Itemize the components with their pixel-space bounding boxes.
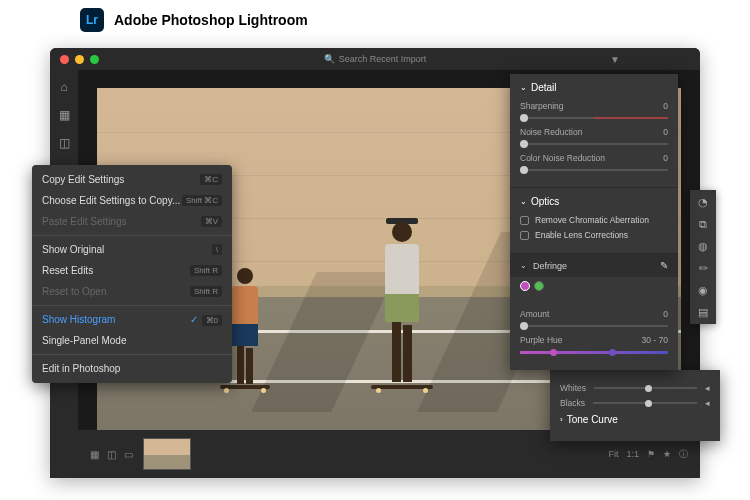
check-icon: ✓	[190, 314, 198, 325]
search-icon: 🔍	[324, 54, 335, 64]
chevron-down-icon: ⌄	[520, 261, 527, 270]
compare-view-icon[interactable]: ◫	[107, 449, 116, 460]
context-menu: Copy Edit Settings⌘C Choose Edit Setting…	[32, 165, 232, 383]
detail-section: ⌄Detail Sharpening0 Noise Reduction0 Col…	[510, 74, 678, 188]
close-icon[interactable]	[60, 55, 69, 64]
photos-icon[interactable]: ▦	[57, 108, 71, 122]
mask-icon[interactable]: ◉	[697, 284, 709, 296]
adjust-icon[interactable]: ◔	[697, 196, 709, 208]
ctx-reset-edits[interactable]: Reset EditsShift R	[32, 260, 232, 281]
search-bar[interactable]: 🔍 Search Recent Import	[324, 54, 427, 64]
chevron-down-icon: ⌄	[520, 197, 527, 206]
magenta-swatch[interactable]	[520, 281, 530, 291]
crop-icon[interactable]: ⧉	[697, 218, 709, 230]
gradient-icon[interactable]: ▤	[697, 306, 709, 318]
noise-reduction-slider[interactable]	[520, 143, 668, 145]
amount-slider[interactable]	[520, 325, 668, 327]
share-icon[interactable]: ◫	[57, 136, 71, 150]
defringe-colors	[510, 277, 678, 295]
ctx-separator	[32, 354, 232, 355]
ctx-show-original[interactable]: Show Original\	[32, 239, 232, 260]
right-toolbar: ◔ ⧉ ◍ ✏ ◉ ▤	[690, 190, 716, 324]
optics-section: ⌄Optics Remove Chromatic Aberration Enab…	[510, 188, 678, 254]
thumbnail[interactable]	[143, 438, 191, 470]
app-header: Lr Adobe Photoshop Lightroom	[0, 0, 750, 40]
brush-icon[interactable]: ✏	[697, 262, 709, 274]
lightroom-logo-icon: Lr	[80, 8, 104, 32]
ctx-separator	[32, 235, 232, 236]
ctx-edit-in-photoshop[interactable]: Edit in Photoshop	[32, 358, 232, 379]
ratio-label[interactable]: 1:1	[626, 449, 639, 459]
whites-slider[interactable]	[594, 387, 697, 389]
chevron-down-icon: ⌄	[520, 83, 527, 92]
flag-icon[interactable]: ⚑	[647, 449, 655, 459]
blacks-slider-row: Blacks◂	[560, 398, 710, 408]
detail-optics-panel: ⌄Detail Sharpening0 Noise Reduction0 Col…	[510, 74, 678, 370]
lens-checkbox[interactable]: Enable Lens Corrections	[520, 230, 668, 240]
star-icon[interactable]: ★	[663, 449, 671, 459]
ctx-single-panel-mode[interactable]: Single-Panel Mode	[32, 330, 232, 351]
ctx-show-histogram[interactable]: Show Histogram✓⌘0	[32, 309, 232, 330]
app-title: Adobe Photoshop Lightroom	[114, 12, 308, 28]
tone-panel: Whites◂ Blacks◂ ›Tone Curve	[550, 370, 720, 441]
grid-view-icon[interactable]: ▦	[90, 449, 99, 460]
ctx-separator	[32, 305, 232, 306]
optics-header[interactable]: ⌄Optics	[520, 196, 668, 207]
filter-icon[interactable]: ▼	[610, 54, 620, 65]
minimize-icon[interactable]	[75, 55, 84, 64]
titlebar: 🔍 Search Recent Import ▼	[50, 48, 700, 70]
search-placeholder: Search Recent Import	[339, 54, 427, 64]
tone-curve-header[interactable]: ›Tone Curve	[560, 414, 710, 425]
defringe-header[interactable]: ⌄Defringe✎	[510, 254, 678, 277]
heal-icon[interactable]: ◍	[697, 240, 709, 252]
ctx-reset-to-open: Reset to OpenShift R	[32, 281, 232, 302]
sharpening-slider[interactable]	[520, 117, 668, 119]
home-icon[interactable]: ⌂	[57, 80, 71, 94]
ctx-paste-edit-settings: Paste Edit Settings⌘V	[32, 211, 232, 232]
detail-view-icon[interactable]: ▭	[124, 449, 133, 460]
eyedropper-icon[interactable]: ✎	[660, 260, 668, 271]
blacks-slider[interactable]	[593, 402, 697, 404]
green-swatch[interactable]	[534, 281, 544, 291]
info-icon[interactable]: ⓘ	[679, 448, 688, 461]
whites-slider-row: Whites◂	[560, 383, 710, 393]
chromatic-checkbox[interactable]: Remove Chromatic Aberration	[520, 215, 668, 225]
fit-label[interactable]: Fit	[608, 449, 618, 459]
ctx-copy-edit-settings[interactable]: Copy Edit Settings⌘C	[32, 169, 232, 190]
color-noise-slider[interactable]	[520, 169, 668, 171]
ctx-choose-edit-settings[interactable]: Choose Edit Settings to Copy...Shift ⌘C	[32, 190, 232, 211]
detail-header[interactable]: ⌄Detail	[520, 82, 668, 93]
chevron-right-icon: ›	[560, 415, 563, 424]
maximize-icon[interactable]	[90, 55, 99, 64]
purple-hue-slider[interactable]	[520, 351, 668, 354]
